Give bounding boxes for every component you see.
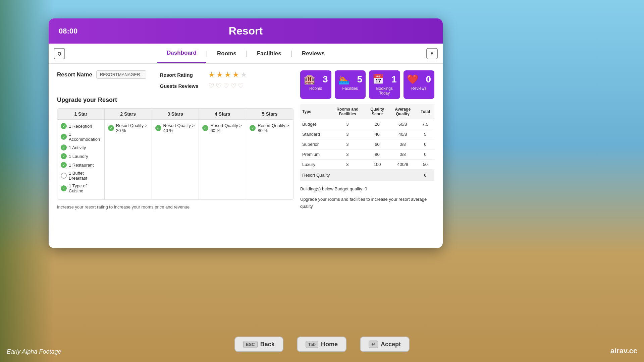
tab-key: Tab	[306, 341, 318, 348]
type-standard: Standard	[300, 129, 330, 139]
check-accommodation: ✓ 1 Accommodation	[61, 132, 101, 142]
bookings-label: Bookings Today	[372, 86, 397, 96]
rooms-label: Rooms	[309, 86, 322, 91]
check-icon-activity: ✓	[61, 144, 67, 150]
resort-name-section: Resort Name RESORTMANAGER -	[57, 70, 146, 79]
nav-bar: Q Dashboard | Rooms | Facilities | Revie…	[49, 44, 443, 64]
bookings-icon: 📅	[372, 74, 384, 85]
stat-card-facilities[interactable]: 🏊 5 Facilities	[335, 70, 366, 99]
check-quality-80: ✓ Resort Quality > 80 %	[250, 123, 290, 133]
buildings-below-count: 0	[365, 186, 367, 191]
luxury-total: 50	[416, 160, 434, 170]
bottom-buttons: ESC Back Tab Home ↵ Accept	[234, 337, 410, 352]
nav-e-button[interactable]: E	[426, 48, 438, 59]
heart-2: ♡	[216, 82, 222, 90]
star-col-2: 2 Stars ✓ Resort Quality > 20 %	[105, 109, 152, 199]
luxury-avg: 400/8	[389, 160, 416, 170]
stat-card-bookings-top: 📅 1	[372, 74, 397, 85]
tab-rooms[interactable]: Rooms	[208, 44, 246, 63]
home-button[interactable]: Tab Home	[297, 337, 346, 352]
tab-dashboard[interactable]: Dashboard	[157, 44, 206, 63]
star-col-2-header: 2 Stars	[105, 109, 152, 120]
check-icon-quality-80: ✓	[250, 125, 256, 131]
check-activity: ✓ 1 Activity	[61, 144, 101, 150]
star-4: ★	[232, 70, 239, 79]
star-col-3: 3 Stars ✓ Resort Quality > 40 %	[152, 109, 199, 199]
resort-stars: ★ ★ ★ ★ ★	[208, 70, 247, 79]
star-col-5-body: ✓ Resort Quality > 80 %	[246, 120, 293, 173]
star-col-1-body: ✓ 1 Reception ✓ 1 Accommodation ✓ 1 Acti…	[57, 120, 104, 199]
check-label-buffet: 1 Buffet Breakfast	[69, 171, 101, 181]
rooms-icon: 🏨	[304, 74, 315, 85]
premium-rooms: 3	[330, 149, 365, 160]
stat-card-reviews[interactable]: ❤️ 0 Reviews	[404, 70, 435, 99]
back-label: Back	[260, 341, 275, 348]
budget-total: 7.5	[416, 119, 434, 129]
palm-decoration	[0, 0, 54, 362]
total-row: Resort Quality 0	[300, 170, 434, 181]
check-quality-40: ✓ Resort Quality > 40 %	[155, 123, 196, 133]
star-col-5-header: 5 Stars	[246, 109, 293, 120]
header: 08:00 Resort	[49, 18, 443, 44]
check-buffet: 1 Buffet Breakfast	[61, 171, 101, 181]
check-quality-20: ✓ Resort Quality > 20 %	[108, 123, 148, 133]
luxury-quality: 100	[365, 160, 389, 170]
check-icon-restaurant: ✓	[61, 162, 67, 168]
standard-quality: 40	[365, 129, 389, 139]
back-button[interactable]: ESC Back	[234, 337, 283, 352]
star-col-3-body: ✓ Resort Quality > 40 %	[152, 120, 199, 173]
early-alpha-label: Early Alpha Footage	[7, 348, 61, 355]
heart-4: ♡	[230, 82, 236, 90]
premium-avg: 0/8	[389, 149, 416, 160]
reviews-icon: ❤️	[407, 74, 419, 85]
check-icon-reception: ✓	[61, 123, 67, 129]
superior-avg: 0/8	[389, 139, 416, 149]
star-col-2-body: ✓ Resort Quality > 20 %	[105, 120, 152, 173]
facilities-icon: 🏊	[338, 74, 350, 85]
table-row: Luxury 3 100 400/8 50	[300, 160, 434, 170]
resort-rating-section: Resort Rating ★ ★ ★ ★ ★ Guests Reviews ♡	[160, 70, 247, 90]
esc-key: ESC	[243, 341, 258, 348]
circle-icon-buffet	[61, 173, 67, 179]
resort-name-value[interactable]: RESORTMANAGER -	[96, 70, 147, 79]
reviews-label: Reviews	[411, 86, 426, 91]
check-icon-accommodation: ✓	[61, 134, 67, 140]
stats-cards: 🏨 3 Rooms 🏊 5 Facilities 📅 1	[300, 70, 434, 99]
review-hearts: ♡ ♡ ♡ ♡ ♡	[208, 82, 244, 90]
check-icon-laundry: ✓	[61, 153, 67, 159]
check-icon-quality-60: ✓	[202, 125, 208, 131]
tab-reviews[interactable]: Reviews	[292, 44, 334, 63]
header-time: 08:00	[59, 27, 77, 36]
stat-card-reviews-top: ❤️ 0	[407, 74, 431, 85]
upgrade-text: Upgrade your rooms and facilities to inc…	[300, 196, 434, 210]
type-superior: Superior	[300, 139, 330, 149]
check-label-reception: 1 Reception	[69, 124, 92, 129]
check-restaurant: ✓ 1 Restaurant	[61, 162, 101, 168]
buildings-below-info: Building(s) below Budget quality: 0	[300, 186, 434, 193]
check-quality-60: ✓ Resort Quality > 60 %	[202, 123, 243, 133]
rating-row: Resort Rating ★ ★ ★ ★ ★	[160, 70, 247, 79]
bookings-number: 1	[391, 74, 397, 85]
watermark: airav.cc	[610, 347, 637, 355]
superior-quality: 60	[365, 139, 389, 149]
tab-facilities[interactable]: Facilities	[248, 44, 291, 63]
stat-card-bookings[interactable]: 📅 1 Bookings Today	[369, 70, 400, 99]
star-5: ★	[240, 70, 247, 79]
stat-card-rooms[interactable]: 🏨 3 Rooms	[300, 70, 331, 99]
table-row: Standard 3 40 40/8 5	[300, 129, 434, 139]
reviews-row: Guests Reviews ♡ ♡ ♡ ♡ ♡	[160, 82, 247, 90]
accept-button[interactable]: ↵ Accept	[360, 337, 410, 352]
rooms-number: 3	[323, 74, 328, 85]
premium-total: 0	[416, 149, 434, 160]
star-2: ★	[216, 70, 223, 79]
col-total: Total	[416, 104, 434, 119]
facilities-label: Facilities	[342, 86, 358, 91]
facilities-number: 5	[357, 74, 362, 85]
quality-table: Type Rooms andFacilities QualityScore Av…	[300, 104, 434, 181]
right-panel: 🏨 3 Rooms 🏊 5 Facilities 📅 1	[300, 70, 434, 213]
star-col-1: 1 Star ✓ 1 Reception ✓ 1 Accommodation ✓	[57, 109, 105, 199]
check-label-quality-60: Resort Quality > 60 %	[210, 123, 243, 133]
nav-q-button[interactable]: Q	[54, 48, 65, 59]
star-col-4-body: ✓ Resort Quality > 60 %	[199, 120, 246, 173]
check-label-accommodation: 1 Accommodation	[69, 132, 101, 142]
